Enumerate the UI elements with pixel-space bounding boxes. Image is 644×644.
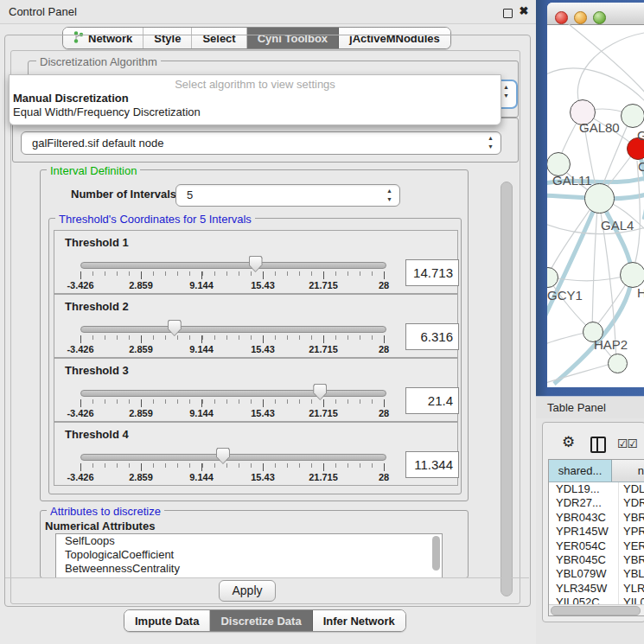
threshold-2-slider-handle[interactable]	[168, 320, 182, 336]
table-row[interactable]: YPR145WYPR1	[549, 525, 644, 539]
gear-icon[interactable]: ⚙	[562, 435, 575, 450]
close-icon[interactable]: ✖	[519, 6, 529, 16]
list-item[interactable]: TopologicalCoefficient	[56, 548, 442, 562]
cell[interactable]: YBR0	[619, 511, 644, 525]
threshold-2-slider-track[interactable]	[80, 326, 386, 333]
table-row[interactable]: YDR27...YDR2	[549, 496, 644, 510]
threshold-1-slider-handle[interactable]	[249, 256, 263, 272]
close-traffic-light[interactable]	[555, 11, 568, 24]
network-canvas[interactable]: GAL80 GA C GAL11 GAL4 GCY1 H HAP2	[547, 24, 644, 387]
cell[interactable]: YDR2	[619, 496, 644, 510]
network-window-titlebar[interactable]	[547, 3, 644, 25]
dropdown-option-equal-width[interactable]: Equal Width/Frequency Discretization	[10, 105, 504, 119]
threshold-3-label: Threshold 3	[65, 364, 129, 377]
table-row[interactable]: YDL19...YDL1	[549, 482, 644, 496]
tick-label: 9.144	[189, 472, 214, 482]
table-row[interactable]: YBR043CYBR0	[549, 511, 644, 525]
threshold-1-slider-track[interactable]	[80, 262, 386, 269]
column-header-shared-name[interactable]: shared...	[549, 460, 612, 481]
list-item[interactable]: SelfLoops	[56, 534, 442, 548]
horizontal-scrollbar[interactable]	[549, 604, 644, 615]
threshold-1-value-field[interactable]: 14.713	[405, 259, 459, 286]
minor-tick-marks	[80, 399, 386, 404]
threshold-4-value-field[interactable]: 11.344	[405, 451, 459, 478]
table-data-combo-value: galFiltered.sif default node	[32, 137, 163, 150]
cell[interactable]: YDL19...	[549, 482, 619, 496]
table-row[interactable]: YLR345WYLR3	[549, 582, 644, 596]
threshold-4-slider-handle[interactable]	[216, 448, 230, 464]
cell[interactable]: YDR27...	[549, 496, 619, 510]
node-label: GAL4	[601, 218, 634, 233]
table-row[interactable]: YBR045CYBR0	[549, 553, 644, 567]
network-node[interactable]	[584, 183, 615, 214]
cell[interactable]: YER0	[619, 539, 644, 553]
tick	[263, 399, 264, 407]
cell[interactable]: YBR0	[619, 553, 644, 567]
tick-label: -3.426	[67, 472, 93, 482]
dropdown-option-manual-discretization[interactable]: Manual Discretization	[10, 92, 504, 105]
cell[interactable]: YBR043C	[549, 511, 619, 525]
dropdown-placeholder-item[interactable]: Select algorithm to view settings	[10, 78, 501, 92]
tab-impute-data[interactable]: Impute Data	[124, 610, 210, 631]
cell[interactable]: YDL1	[619, 482, 644, 496]
table-row[interactable]: YBL079WYBL0	[549, 567, 644, 581]
tick-label: 28	[379, 472, 389, 482]
cell[interactable]: YBL079W	[549, 567, 619, 581]
network-node[interactable]	[621, 104, 644, 128]
tick-label: 15.43	[251, 408, 275, 418]
network-node[interactable]	[620, 262, 644, 288]
horizontal-scrollbar-thumb[interactable]	[551, 606, 641, 615]
tab-infer-network[interactable]: Infer Network	[313, 610, 405, 631]
apply-button[interactable]: Apply	[219, 580, 276, 602]
cell[interactable]: YPR145W	[549, 525, 619, 539]
tick-label: 28	[379, 408, 389, 418]
tick-label: 2.859	[129, 344, 153, 354]
tick	[263, 335, 264, 343]
cell[interactable]: YBR045C	[549, 553, 619, 567]
cell[interactable]: YLR345W	[549, 582, 619, 596]
tick	[141, 271, 142, 279]
threshold-4-label: Threshold 4	[65, 428, 129, 441]
cell[interactable]: YPR1	[619, 525, 644, 539]
table-data-combo[interactable]: galFiltered.sif default node ▲▼	[21, 131, 501, 155]
cell[interactable]: YLR3	[619, 582, 644, 596]
list-item[interactable]: BetweennessCentrality	[56, 562, 442, 576]
cell[interactable]: YBL0	[619, 567, 644, 581]
float-window-icon[interactable]	[503, 9, 513, 18]
tick-label: 15.43	[251, 472, 275, 482]
tick	[80, 335, 81, 343]
tick	[384, 335, 385, 343]
threshold-3-slider-handle[interactable]	[313, 384, 327, 400]
node-label: GCY1	[547, 288, 583, 303]
number-of-intervals-combo[interactable]: 5 ▲▼	[175, 184, 400, 207]
zoom-traffic-light[interactable]	[593, 11, 606, 24]
threshold-4-slider-track[interactable]	[80, 454, 386, 461]
control-panel-titlebar	[0, 0, 536, 24]
network-node[interactable]	[608, 354, 628, 373]
node-label: GAL80	[579, 120, 620, 135]
threshold-2-value-field[interactable]: 6.316	[405, 323, 459, 350]
thresholds-group-title: Threshold's Coordinates for 5 Intervals	[55, 213, 255, 226]
interval-definition-title: Interval Definition	[47, 164, 140, 177]
tick	[263, 463, 264, 471]
columns-icon[interactable]	[590, 437, 606, 453]
table-row[interactable]: YIL052CYIL0	[549, 596, 644, 604]
combo-stepper-icon: ▲▼	[488, 134, 494, 151]
tab-discretize-data[interactable]: Discretize Data	[210, 610, 312, 631]
tick	[201, 399, 202, 407]
cell[interactable]: YER054C	[549, 539, 619, 553]
tick	[141, 399, 142, 407]
node-label: C	[638, 159, 644, 174]
cell[interactable]: YIL052C	[549, 596, 619, 604]
threshold-3-slider-track[interactable]	[80, 390, 386, 397]
tick	[80, 271, 81, 279]
table-row[interactable]: YER054CYER0	[549, 539, 644, 553]
cell[interactable]: YIL0	[619, 596, 644, 604]
column-header-name[interactable]: n	[612, 460, 644, 481]
algorithm-dropdown-popup: Select algorithm to view settings Manual…	[9, 74, 501, 125]
select-columns-checkboxes-icon[interactable]: ☑☑	[617, 437, 637, 451]
threshold-3-value-field[interactable]: 21.4	[405, 387, 459, 414]
vertical-scrollbar[interactable]	[501, 182, 513, 596]
attributes-list-scrollbar[interactable]	[432, 536, 440, 571]
minimize-traffic-light[interactable]	[574, 11, 587, 24]
